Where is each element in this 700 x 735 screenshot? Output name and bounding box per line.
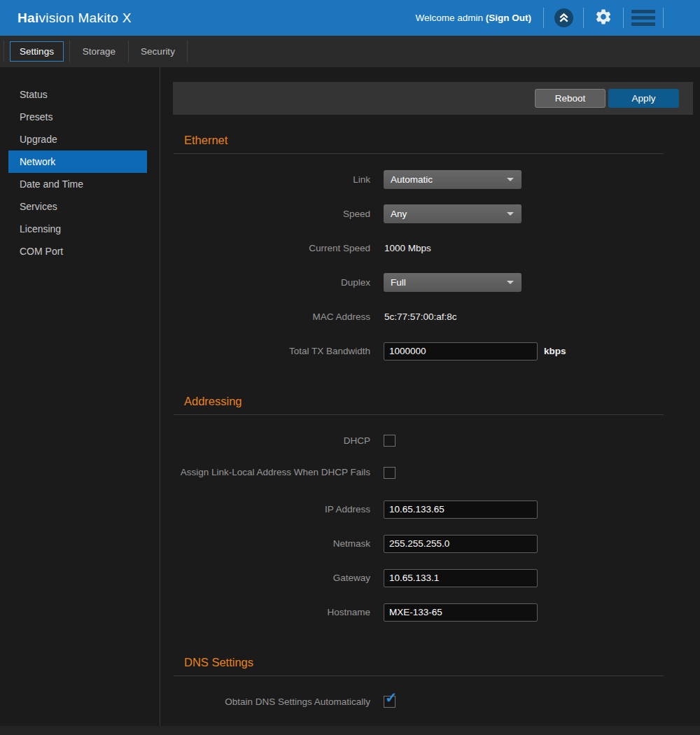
form-row-hostname: Hostname <box>174 603 664 622</box>
sidebar-item-presets[interactable]: Presets <box>0 106 160 128</box>
gateway-input[interactable] <box>384 569 538 587</box>
field-label: Obtain DNS Settings Automatically <box>174 695 370 709</box>
brand-rest: vision Makito X <box>38 10 131 25</box>
form-row-gateway: Gateway <box>174 568 664 587</box>
sidebar-item-date-and-time[interactable]: Date and Time <box>0 173 160 195</box>
sidebar-item-licensing[interactable]: Licensing <box>0 218 160 240</box>
sidebar-item-upgrade[interactable]: Upgrade <box>0 128 160 150</box>
sidebar-item-services[interactable]: Services <box>0 195 160 218</box>
form-row-speed: Speed Any <box>174 204 664 223</box>
menu-button[interactable] <box>624 10 663 26</box>
field-label: Speed <box>174 207 370 221</box>
chevron-down-icon <box>507 212 514 216</box>
kbps-suffix: kbps <box>544 346 566 356</box>
tab-security[interactable]: Security <box>129 46 187 57</box>
section-dns-settings: DNS Settings Obtain DNS Settings Automat… <box>174 637 664 711</box>
sidebar-item-com-port[interactable]: COM Port <box>0 240 160 262</box>
sign-out-link[interactable]: (Sign Out) <box>486 13 531 23</box>
sidebar: Status Presets Upgrade Network Date and … <box>0 67 160 726</box>
action-toolbar: Reboot Apply <box>173 82 693 115</box>
section-title-ethernet: Ethernet <box>174 115 664 154</box>
dhcp-checkbox[interactable] <box>384 435 396 447</box>
form-row-dhcp: DHCP <box>174 431 664 450</box>
section-ethernet: Ethernet Link Automatic Speed A <box>174 115 664 360</box>
form-row-ip-address: IP Address <box>174 500 664 519</box>
chevron-down-icon <box>507 178 514 181</box>
form-row-current-speed: Current Speed 1000 Mbps <box>174 239 664 258</box>
form-row-dns-auto: Obtain DNS Settings Automatically ✓ <box>174 692 664 711</box>
form-row-duplex: Duplex Full <box>174 273 664 292</box>
brand-logo: Haivision Makito X <box>18 10 132 26</box>
field-label: DHCP <box>174 434 370 448</box>
tab-bar: Settings Storage Security <box>0 36 700 67</box>
main-content: Reboot Apply Ethernet Link Automatic Spe… <box>160 67 700 726</box>
chevron-down-icon <box>507 281 514 284</box>
current-speed-value: 1000 Mbps <box>384 243 431 253</box>
header-bar: Haivision Makito X Welcome admin (Sign O… <box>0 0 700 36</box>
netmask-input[interactable] <box>384 535 538 553</box>
header-divider <box>663 8 664 28</box>
field-label: Duplex <box>174 276 370 290</box>
duplex-select[interactable]: Full <box>384 273 522 292</box>
field-label: Link <box>174 173 370 187</box>
field-label: Hostname <box>174 606 370 620</box>
status-chevrons-icon <box>554 8 573 27</box>
form-row-tx-bandwidth: Total TX Bandwidth kbps <box>174 342 664 360</box>
field-label: Netmask <box>174 537 370 551</box>
sidebar-item-status[interactable]: Status <box>0 83 160 106</box>
mac-address-value: 5c:77:57:00:af:8c <box>384 312 457 322</box>
field-label: Total TX Bandwidth <box>174 344 370 358</box>
link-select[interactable]: Automatic <box>384 170 522 189</box>
section-addressing: Addressing DHCP Assign Link-Local Addres… <box>174 376 664 622</box>
hostname-input[interactable] <box>384 603 538 622</box>
sidebar-item-network[interactable]: Network <box>8 150 147 173</box>
apply-button[interactable]: Apply <box>608 89 679 108</box>
tab-settings[interactable]: Settings <box>10 41 64 62</box>
section-title-dns: DNS Settings <box>174 637 664 676</box>
checkmark-icon: ✓ <box>385 690 398 705</box>
status-button[interactable] <box>544 8 583 27</box>
form-row-netmask: Netmask <box>174 534 664 553</box>
field-label: Current Speed <box>174 241 370 255</box>
brand-bold: Hai <box>18 10 38 25</box>
form-row-link: Link Automatic <box>174 170 664 189</box>
welcome-text: Welcome admin (Sign Out) <box>415 13 531 23</box>
tab-divider <box>187 41 188 62</box>
field-label: Assign Link-Local Address When DHCP Fail… <box>174 465 370 479</box>
ip-address-input[interactable] <box>384 500 538 519</box>
field-label: Gateway <box>174 571 370 585</box>
settings-button[interactable] <box>584 8 623 29</box>
tab-divider <box>4 41 4 62</box>
field-label: MAC Address <box>174 310 370 324</box>
form-row-mac-address: MAC Address 5c:77:57:00:af:8c <box>174 307 664 326</box>
footer-bar <box>0 726 700 735</box>
tx-bandwidth-input[interactable] <box>384 342 538 360</box>
menu-icon <box>631 10 655 26</box>
dns-auto-checkbox[interactable]: ✓ <box>384 696 396 708</box>
reboot-button[interactable]: Reboot <box>535 89 606 108</box>
section-title-addressing: Addressing <box>174 376 664 415</box>
field-label: IP Address <box>174 503 370 517</box>
form-row-link-local: Assign Link-Local Address When DHCP Fail… <box>174 465 664 484</box>
speed-select[interactable]: Any <box>384 204 522 223</box>
gear-icon <box>594 8 612 29</box>
tab-storage[interactable]: Storage <box>70 46 128 57</box>
link-local-checkbox[interactable] <box>384 467 396 479</box>
